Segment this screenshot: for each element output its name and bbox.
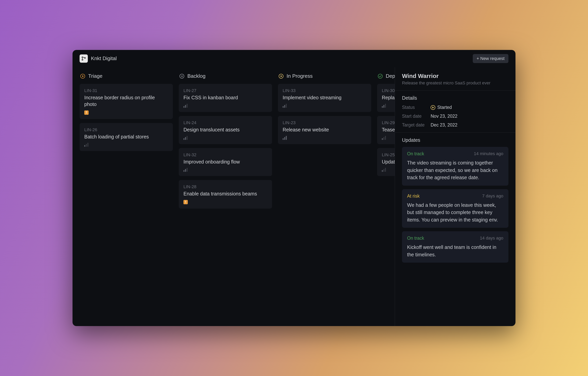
workspace-logo-icon bbox=[80, 54, 88, 63]
issue-title: Fix CSS in kanban board bbox=[183, 94, 267, 101]
updates-heading: Updates bbox=[402, 137, 508, 143]
new-request-button[interactable]: + New request bbox=[473, 54, 508, 63]
workspace-name: Knkt Digital bbox=[91, 55, 117, 62]
column-cards: LIN-30ReplacLIN-29TeaseLIN-25Updat bbox=[377, 84, 395, 176]
update-header: On track14 days ago bbox=[407, 236, 503, 241]
update-card[interactable]: On track14 days agoKickoff went well and… bbox=[402, 231, 508, 263]
updates-section: Updates On track14 minutes agoThe video … bbox=[395, 133, 515, 326]
priority-bars-icon bbox=[382, 136, 386, 140]
sidepanel-header: Wind Warrior Release the greatest micro … bbox=[395, 67, 515, 90]
priority-bars-icon bbox=[382, 104, 386, 108]
column-title: Backlog bbox=[187, 73, 206, 79]
column-header: In Progress bbox=[278, 73, 371, 79]
detail-row-status: Status Started bbox=[402, 105, 508, 110]
detail-row-target-date: Target date Dec 23, 2022 bbox=[402, 122, 508, 128]
column-status-icon bbox=[80, 73, 86, 79]
issue-card[interactable]: LIN-32Improved onboarding flow bbox=[179, 148, 272, 176]
svg-point-2 bbox=[85, 57, 86, 58]
column-header: Dep bbox=[377, 73, 395, 79]
update-body: Kickoff went well and team is confident … bbox=[407, 244, 503, 258]
project-subtitle: Release the greatest micro SaaS product … bbox=[402, 81, 508, 86]
update-header: On track14 minutes ago bbox=[407, 151, 503, 157]
status-started-icon bbox=[431, 105, 435, 110]
issue-meta bbox=[382, 168, 395, 172]
issue-id: LIN-27 bbox=[183, 88, 267, 93]
status-value[interactable]: Started bbox=[431, 105, 452, 110]
details-section: Details Status Started Start date Nov 23… bbox=[395, 90, 515, 133]
priority-bars-icon bbox=[382, 168, 386, 172]
project-sidepanel: Wind Warrior Release the greatest micro … bbox=[395, 67, 515, 326]
issue-meta bbox=[382, 136, 395, 140]
issue-id: LIN-28 bbox=[183, 184, 267, 189]
column-triage: TriageLIN-31Increase border radius on pr… bbox=[80, 73, 173, 320]
column-title: Dep bbox=[386, 73, 395, 79]
status-label: Status bbox=[402, 105, 431, 110]
issue-meta bbox=[283, 104, 366, 108]
svg-point-1 bbox=[82, 59, 83, 60]
svg-point-0 bbox=[82, 57, 83, 58]
issue-id: LIN-32 bbox=[183, 152, 267, 157]
column-header: Triage bbox=[80, 73, 173, 79]
issue-meta: ! bbox=[183, 200, 267, 204]
issue-card[interactable]: LIN-24Design translucent assets bbox=[179, 116, 272, 144]
issue-card[interactable]: LIN-33Implement video streaming bbox=[278, 84, 371, 112]
column-backlog: BacklogLIN-27Fix CSS in kanban boardLIN-… bbox=[179, 73, 272, 320]
start-date-value[interactable]: Nov 23, 2022 bbox=[431, 114, 458, 119]
issue-meta bbox=[382, 104, 395, 108]
issue-id: LIN-33 bbox=[283, 88, 366, 93]
priority-bars-icon bbox=[183, 168, 188, 172]
issue-id: LIN-26 bbox=[84, 127, 168, 132]
issue-meta bbox=[183, 104, 267, 108]
update-card[interactable]: On track14 minutes agoThe video streamin… bbox=[402, 147, 508, 186]
issue-title: Increase border radius on profile photo bbox=[84, 94, 168, 108]
update-timestamp: 7 days ago bbox=[482, 193, 503, 199]
priority-bars-icon bbox=[283, 136, 287, 140]
issue-card[interactable]: LIN-26Batch loading of partial stores bbox=[80, 123, 173, 151]
issue-title: Design translucent assets bbox=[183, 126, 267, 133]
issue-title: Enable data transmissions beams bbox=[183, 190, 267, 197]
target-date-value[interactable]: Dec 23, 2022 bbox=[431, 122, 458, 128]
issue-meta: ! bbox=[84, 110, 168, 115]
issue-meta bbox=[84, 143, 168, 147]
issue-title: Implement video streaming bbox=[283, 94, 366, 101]
content-area: TriageLIN-31Increase border radius on pr… bbox=[73, 67, 515, 326]
column-title: In Progress bbox=[287, 73, 313, 79]
priority-urgent-icon: ! bbox=[84, 110, 89, 115]
update-timestamp: 14 minutes ago bbox=[474, 151, 503, 157]
issue-card[interactable]: LIN-23Release new website bbox=[278, 116, 371, 144]
column-cards: LIN-27Fix CSS in kanban boardLIN-24Desig… bbox=[179, 84, 272, 209]
column-in-progress: In ProgressLIN-33Implement video streami… bbox=[278, 73, 371, 320]
issue-card[interactable]: LIN-28Enable data transmissions beams! bbox=[179, 180, 272, 209]
issue-title: Release new website bbox=[283, 126, 366, 133]
update-header: At risk7 days ago bbox=[407, 193, 503, 199]
column-cards: LIN-33Implement video streamingLIN-23Rel… bbox=[278, 84, 371, 144]
issue-id: LIN-31 bbox=[84, 88, 168, 93]
issue-title: Batch loading of partial stores bbox=[84, 134, 168, 140]
details-heading: Details bbox=[402, 95, 508, 101]
workspace-switcher[interactable]: Knkt Digital bbox=[80, 54, 117, 63]
project-title: Wind Warrior bbox=[402, 73, 508, 79]
column-status-icon bbox=[179, 73, 185, 79]
update-status: On track bbox=[407, 151, 424, 157]
issue-card[interactable]: LIN-25Updat bbox=[377, 148, 395, 176]
issue-card[interactable]: LIN-27Fix CSS in kanban board bbox=[179, 84, 272, 112]
issue-card[interactable]: LIN-31Increase border radius on profile … bbox=[80, 84, 173, 119]
column-cards: LIN-31Increase border radius on profile … bbox=[80, 84, 173, 151]
priority-bars-icon bbox=[283, 104, 287, 108]
update-card[interactable]: At risk7 days agoWe had a few people on … bbox=[402, 189, 508, 228]
issue-id: LIN-25 bbox=[382, 152, 395, 157]
issue-title: Improved onboarding flow bbox=[183, 159, 267, 165]
issue-title: Replac bbox=[382, 94, 395, 101]
update-body: The video streaming is coming together q… bbox=[407, 159, 503, 181]
column-title: Triage bbox=[88, 73, 103, 79]
issue-title: Tease bbox=[382, 126, 395, 133]
priority-urgent-icon: ! bbox=[183, 200, 188, 204]
update-timestamp: 14 days ago bbox=[480, 236, 503, 241]
issue-id: LIN-29 bbox=[382, 120, 395, 125]
issue-meta bbox=[183, 136, 267, 140]
titlebar: Knkt Digital + New request bbox=[73, 50, 515, 67]
issue-card[interactable]: LIN-30Replac bbox=[377, 84, 395, 112]
priority-bars-icon bbox=[84, 143, 88, 147]
issue-card[interactable]: LIN-29Tease bbox=[377, 116, 395, 144]
update-status: At risk bbox=[407, 193, 420, 199]
